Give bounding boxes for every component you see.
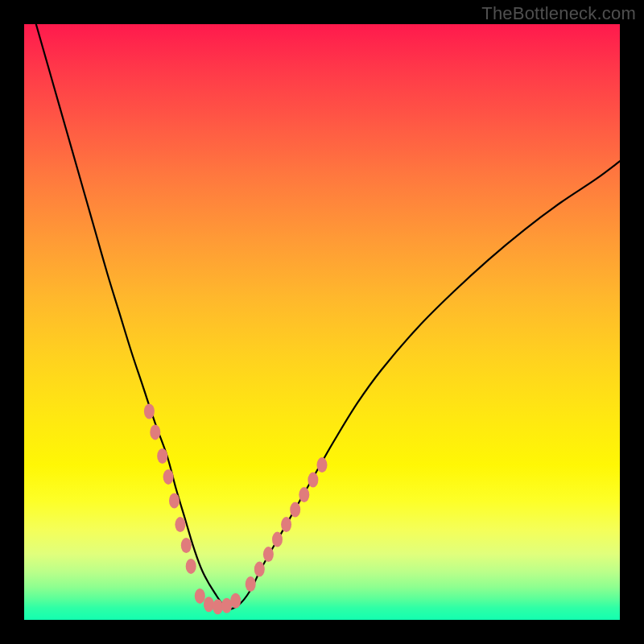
curve-dot xyxy=(150,424,160,440)
curve-dot xyxy=(299,487,309,502)
curve-dot xyxy=(263,547,274,562)
curve-dot xyxy=(204,597,214,612)
curve-dot xyxy=(308,473,318,488)
curve-dot xyxy=(163,469,174,485)
plot-area xyxy=(24,24,620,620)
curve-dot xyxy=(317,457,328,473)
curve-dot xyxy=(254,562,265,577)
curve-dot xyxy=(230,593,241,609)
curve-dot xyxy=(175,517,185,532)
curve-dot xyxy=(169,493,180,509)
chart-frame: TheBottleneck.com xyxy=(0,0,644,644)
watermark-text: TheBottleneck.com xyxy=(481,3,636,24)
curve-dot xyxy=(157,448,167,464)
curve-dot xyxy=(213,599,223,614)
bottleneck-curve-svg xyxy=(24,24,620,620)
curve-dot xyxy=(290,502,300,518)
curve-dot xyxy=(272,532,283,547)
bottleneck-curve-line xyxy=(36,24,620,609)
curve-dot xyxy=(144,404,155,419)
curve-dot xyxy=(181,538,192,553)
curve-dots-group xyxy=(144,404,328,615)
curve-dot xyxy=(221,598,232,613)
curve-dot xyxy=(186,559,196,574)
curve-dot xyxy=(195,588,205,604)
curve-dot xyxy=(246,576,256,592)
curve-dot xyxy=(281,517,291,532)
